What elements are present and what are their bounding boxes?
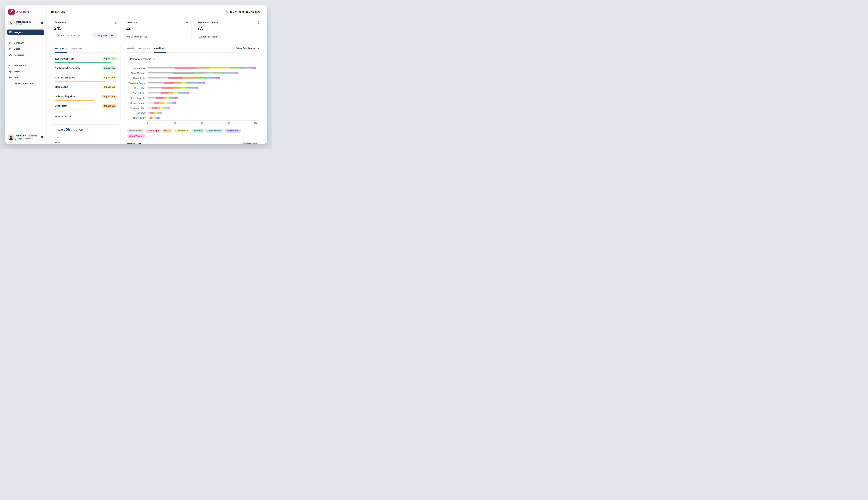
bar-segment-functionality: [160, 107, 162, 109]
sidebar-item-feedbacks[interactable]: Feedbacks: [7, 62, 44, 68]
bar-segment-performance: [148, 102, 154, 104]
legend-chip-performance[interactable]: Performance: [127, 129, 144, 133]
stacked-bar[interactable]: [148, 97, 178, 99]
legend-chip-mobile-app[interactable]: Mobile App: [146, 129, 161, 133]
chart-y-labels: Power UserTeam ManagerNew AdopterFeedbac…: [127, 66, 148, 121]
workspace-company: Acme Inc.: [16, 23, 39, 25]
chart-category-label: Heavy User: [127, 86, 148, 91]
workspace-switcher[interactable]: Workspace #1 Acme Inc.: [7, 20, 44, 26]
stacked-bar[interactable]: [148, 92, 189, 94]
view-items-link[interactable]: View Items: [55, 115, 71, 117]
top-item-row[interactable]: API PerformanceImpact: 8.2: [55, 75, 117, 84]
bar-segment-new-features: [192, 82, 198, 84]
bar-segment-bug-reports: [198, 82, 203, 84]
tab-top-lists[interactable]: Top Lists: [71, 47, 82, 52]
bar-segment-ui-ux: [159, 102, 163, 104]
stacked-bar[interactable]: [148, 117, 160, 119]
desktop-background: Z ZATION Workspace #1 Acme Inc. Insights…: [0, 0, 272, 149]
bar-segment-ui-ux: [196, 68, 209, 69]
stacked-bar[interactable]: [148, 77, 220, 79]
stacked-bar[interactable]: [148, 112, 162, 114]
chart-plot-area: [148, 66, 256, 121]
upgrade-to-pro-button[interactable]: Upgrade to Pro: [92, 33, 117, 38]
stat-card-avg-impact: Avg. Impact Score 7.5 +0.3 from last mon…: [194, 18, 263, 41]
workspace-name: Workspace #1: [16, 21, 39, 23]
sidebar: Z ZATION Workspace #1 Acme Inc. Insights…: [5, 5, 47, 144]
bar-segment-functionality: [209, 68, 231, 69]
bar-segment-support: [213, 72, 224, 74]
bar-segment-ui-ux: [153, 112, 156, 114]
bar-segment-bug-reports: [248, 68, 253, 69]
sidebar-item-goals[interactable]: Goals: [7, 46, 44, 52]
item-name: Onboarding Flow: [55, 95, 75, 98]
top-item-row[interactable]: Dashboard RedesignImpact: 8.5: [55, 65, 117, 75]
bar-segment-ui-ux: [157, 107, 160, 109]
item-name: Dashboard Redesign: [55, 67, 80, 69]
avatar: [8, 134, 14, 140]
sidebar-item-insights[interactable]: Insights: [7, 30, 44, 35]
sidebar-item-label: Goals: [14, 48, 20, 50]
stat-value: 245: [54, 26, 117, 31]
chart-row: [148, 105, 256, 111]
tab-top-items[interactable]: Top Items: [55, 47, 67, 53]
bar-segment-new-features: [206, 77, 212, 79]
sidebar-item-projects[interactable]: Projects: [7, 69, 44, 74]
bar-segment-performance: [148, 112, 150, 114]
grid-icon: [9, 31, 12, 34]
chart-category-label: Early Adopter: [127, 91, 148, 96]
bar-segment-new-features: [181, 92, 184, 94]
bar-segment-functionality: [153, 117, 155, 119]
sidebar-item-label: Personas: [14, 54, 24, 56]
bar-segment-performance: [148, 77, 168, 79]
stats-row: Total Items 245 +20% from last month: [51, 18, 263, 41]
top-item-row[interactable]: Mobile AppImpact: 8.0: [55, 84, 117, 93]
sidebar-item-company[interactable]: Company: [7, 40, 44, 45]
top-item-row[interactable]: Other ItemImpact: 5.0: [55, 103, 117, 112]
tab-feedback[interactable]: Feedback: [154, 47, 166, 53]
sidebar-item-personas[interactable]: Personas: [7, 52, 44, 58]
chart-row: [148, 91, 256, 96]
bar-segment-bug-reports: [212, 77, 217, 79]
zap-icon: [257, 21, 260, 25]
zation-logo-icon: Z: [8, 9, 14, 15]
stacked-bar[interactable]: [148, 102, 176, 104]
stat-subtext: Avg. 20 items per list: [126, 35, 147, 38]
sparkles-icon: [9, 82, 12, 85]
view-feedbacks-link[interactable]: View Feedbacks: [237, 47, 259, 52]
persona-theme-dropdown[interactable]: Persona → Theme: [127, 56, 158, 62]
tab-goals[interactable]: Goals: [127, 47, 135, 52]
legend-chip-other-themes[interactable]: Other Themes: [127, 134, 146, 138]
plan-badge: Basic Plan: [27, 134, 38, 137]
top-item-row[interactable]: Two-Factor AuthImpact: 8.9: [55, 56, 117, 65]
date-range-picker[interactable]: Dec 11, 2024 - Dec 18, 2024: [223, 9, 263, 15]
sidebar-item-prioritization-lists[interactable]: Prioritization Lists: [7, 81, 44, 86]
impact-badge: Impact: 8.2: [102, 76, 117, 80]
stat-label: Avg. Impact Score: [197, 21, 218, 24]
stacked-bar[interactable]: [148, 87, 198, 89]
sidebar-item-items[interactable]: Items: [7, 75, 44, 80]
legend-chip-functionality[interactable]: Functionality: [173, 129, 191, 133]
legend-chip-new-features[interactable]: New Features: [205, 129, 223, 133]
bar-segment-support: [195, 77, 206, 79]
stacked-bar[interactable]: [148, 67, 256, 69]
stacked-bar[interactable]: [148, 82, 205, 84]
list-icon: [185, 21, 189, 25]
callout-line: [55, 139, 82, 140]
tab-personas[interactable]: Personas: [138, 47, 150, 52]
stacked-bar[interactable]: [148, 107, 170, 109]
bar-segment-new-features: [165, 107, 167, 109]
bar-segment-functionality: [206, 72, 213, 74]
bar-segment-bug-reports: [194, 88, 196, 89]
bar-segment-new-features: [241, 68, 248, 69]
bar-segment-performance: [148, 72, 173, 74]
bar-segment-other-themes: [168, 107, 170, 109]
chart-category-label: Casual Browser: [127, 101, 148, 106]
user-profile[interactable]: John Doe Basic Plan john@example.com: [7, 133, 44, 141]
stacked-bar[interactable]: [148, 72, 238, 74]
top-item-row[interactable]: Onboarding FlowImpact: 7.8: [55, 93, 117, 103]
legend-chip-bug-reports[interactable]: Bug Reports: [225, 129, 241, 133]
chart-category-label: Feature Requester: [127, 96, 148, 101]
stat-card-new-lists: New Lists 12 Avg. 20 items per list: [123, 18, 192, 41]
legend-chip-support[interactable]: Support: [192, 129, 204, 133]
legend-chip-ui-ux[interactable]: UI/UX: [162, 129, 172, 133]
